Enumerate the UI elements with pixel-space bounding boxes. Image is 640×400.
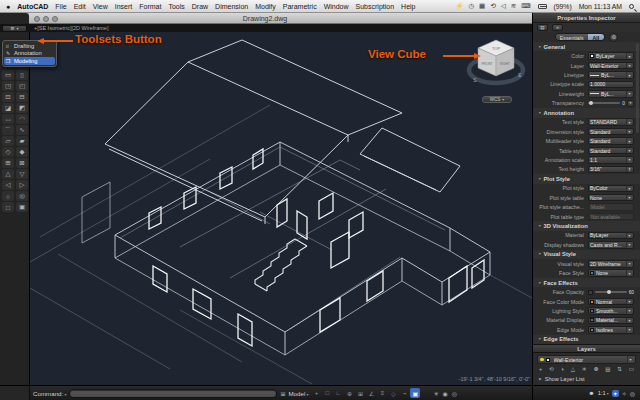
plot-style-dropdown[interactable]: ByColor	[588, 185, 634, 193]
status-toggle-icon[interactable]: □	[322, 388, 332, 398]
menu-app-name[interactable]: AutoCAD	[17, 3, 48, 10]
menu-item[interactable]: Subscription	[356, 3, 395, 10]
status-menu-icon[interactable]: ◷	[468, 2, 474, 10]
text-height-stepper[interactable]: 3/16"	[588, 166, 634, 174]
slider-knob[interactable]	[607, 290, 611, 294]
modeling-tool-icon[interactable]: ▷	[16, 180, 28, 190]
modeling-tool-icon[interactable]: △	[2, 169, 14, 179]
status-extra-icon[interactable]: ◎	[452, 390, 457, 397]
modeling-tool-icon[interactable]: ▣	[16, 202, 28, 212]
menu-item[interactable]: Draw	[192, 3, 208, 10]
visual-style-dropdown[interactable]: 2D Wireframe	[588, 260, 634, 268]
layer-tool-icon[interactable]: ▤	[605, 366, 610, 372]
face-opacity-slider[interactable]: 60	[588, 290, 634, 295]
modeling-tool-icon[interactable]: ▭	[2, 70, 14, 80]
modeling-tool-icon[interactable]: ◁	[2, 180, 14, 190]
menu-item[interactable]: Window	[324, 3, 349, 10]
modeling-tool-icon[interactable]: ◎	[16, 191, 28, 201]
menu-item[interactable]: Modify	[255, 3, 276, 10]
annotation-scale-dropdown[interactable]: 1:1	[588, 156, 634, 164]
status-toggle-icon[interactable]: ∠	[366, 388, 376, 398]
modeling-tool-icon[interactable]: ○	[2, 191, 14, 201]
section-header-plot-style[interactable]: Plot Style	[533, 174, 640, 183]
modeling-tool-icon[interactable]: ▯	[16, 70, 28, 80]
model-tab-button[interactable]: Model	[288, 390, 308, 397]
edge-mode-dropdown[interactable]: Isolines	[588, 326, 634, 334]
status-menu-icon[interactable]: ▦	[479, 2, 485, 10]
modeling-tool-icon[interactable]: ◆	[16, 147, 28, 157]
status-toggle-icon[interactable]: ▣	[410, 388, 420, 398]
layer-dropdown[interactable]: Wall-Exterior	[588, 62, 634, 70]
modeling-tool-icon[interactable]: ⊞	[2, 158, 14, 168]
transparency-slider[interactable]: 0	[588, 100, 634, 107]
modeling-tool-icon[interactable]: ▱	[2, 136, 14, 146]
spotlight-icon[interactable]	[629, 4, 634, 9]
lineweight-dropdown[interactable]: ByL...	[588, 90, 634, 98]
status-extra-icon[interactable]: ◉	[442, 390, 447, 397]
layer-tool-icon[interactable]: +	[539, 366, 542, 372]
modeling-tool-icon[interactable]: ∿	[16, 125, 28, 135]
layer-tool-icon[interactable]: ◑	[561, 366, 564, 372]
sphere-icon[interactable]: ◎	[630, 390, 635, 397]
command-input[interactable]	[69, 389, 277, 398]
linetype-dropdown[interactable]: ByL...	[588, 71, 634, 79]
drawing-canvas[interactable]: TOP FRONT RIGHT S E WCS -19'-1 3/4", 48'…	[30, 32, 532, 385]
modeling-tool-icon[interactable]: ⌒	[2, 125, 14, 135]
table-style-dropdown[interactable]: Standard	[588, 147, 634, 155]
panel-title[interactable]: Properties Inspector	[533, 13, 640, 23]
wcs-menu-button[interactable]: WCS	[482, 96, 512, 103]
status-extra-icon[interactable]: ✳	[433, 390, 438, 397]
status-toggle-icon[interactable]: ∟	[333, 388, 343, 398]
material-display-dropdown[interactable]: Material...	[588, 317, 634, 325]
annotation-visibility-icon[interactable]: ✦	[612, 390, 619, 397]
multileader-style-dropdown[interactable]: Standard	[588, 137, 634, 145]
toolset-item[interactable]: ✎ Annotation	[4, 50, 55, 58]
status-toggle-icon[interactable]: ◇	[388, 388, 398, 398]
menu-item[interactable]: Dimension	[215, 3, 248, 10]
section-header-face-effects[interactable]: Face Effects	[533, 278, 640, 287]
modeling-tool-icon[interactable]: ◇	[2, 147, 14, 157]
menu-item[interactable]: Format	[139, 3, 161, 10]
modeling-tool-icon[interactable]: ▰	[16, 136, 28, 146]
text-style-dropdown[interactable]: STANDARD	[588, 118, 634, 126]
plot-style-table-dropdown[interactable]: None	[588, 194, 634, 202]
status-menu-icon[interactable]: ⟲	[490, 2, 495, 10]
layer-tool-icon[interactable]: ▭	[629, 366, 634, 372]
layer-tool-icon[interactable]: ❆	[594, 366, 599, 372]
layer-tool-icon[interactable]: ⟲	[549, 366, 554, 372]
dimension-style-dropdown[interactable]: Standard	[588, 128, 634, 136]
filter-essentials-segment[interactable]: Essentials	[556, 34, 588, 40]
slider-track[interactable]	[588, 102, 620, 104]
section-header-general[interactable]: General	[533, 42, 640, 51]
modeling-tool-icon[interactable]: ▽	[16, 169, 28, 179]
modeling-tool-icon[interactable]: ◳	[2, 81, 14, 91]
status-toggle-icon[interactable]: +	[311, 388, 321, 398]
modeling-tool-icon[interactable]: ⊠	[16, 158, 28, 168]
status-toggle-icon[interactable]: ⊞	[355, 388, 365, 398]
modeling-tool-icon[interactable]: ◰	[16, 81, 28, 91]
status-menu-icon[interactable]: ⚡	[455, 2, 463, 10]
toolset-item[interactable]: ⌑ Drafting	[4, 42, 55, 50]
face-style-dropdown[interactable]: None	[588, 269, 634, 277]
section-header-edge-effects[interactable]: Edge Effects	[533, 335, 640, 344]
lighting-style-dropdown[interactable]: Smooth...	[588, 307, 634, 315]
face-color-mode-dropdown[interactable]: Normal	[588, 298, 634, 306]
current-layer-dropdown[interactable]: Wall-Exterior	[537, 355, 636, 364]
status-menu-icon[interactable]: ◁	[501, 2, 506, 10]
show-layer-list-button[interactable]: Show Layer List	[533, 374, 640, 383]
material-dropdown[interactable]: ByLayer	[588, 232, 634, 240]
modeling-tool-icon[interactable]: ⊟	[16, 92, 28, 102]
status-toggle-icon[interactable]: ¬	[399, 388, 409, 398]
modeling-tool-icon[interactable]: ⊡	[2, 92, 14, 102]
apple-menu-icon[interactable]: ●	[6, 3, 10, 10]
modeling-tool-icon[interactable]: □	[2, 202, 14, 212]
view-cube[interactable]: TOP FRONT RIGHT S E WCS	[466, 34, 528, 106]
user-icon[interactable]: ☻	[588, 390, 594, 396]
chevron-down-icon[interactable]	[627, 100, 634, 107]
layer-on-icon[interactable]	[540, 358, 544, 362]
menu-item[interactable]: Tools	[168, 3, 184, 10]
status-menu-icon[interactable]: ≋	[511, 2, 516, 10]
layer-tool-icon[interactable]: △	[571, 366, 575, 372]
viewport-label[interactable]: +[SE Isometric][2D Wireframe]	[34, 25, 108, 31]
filter-all-segment[interactable]: All	[588, 34, 605, 40]
